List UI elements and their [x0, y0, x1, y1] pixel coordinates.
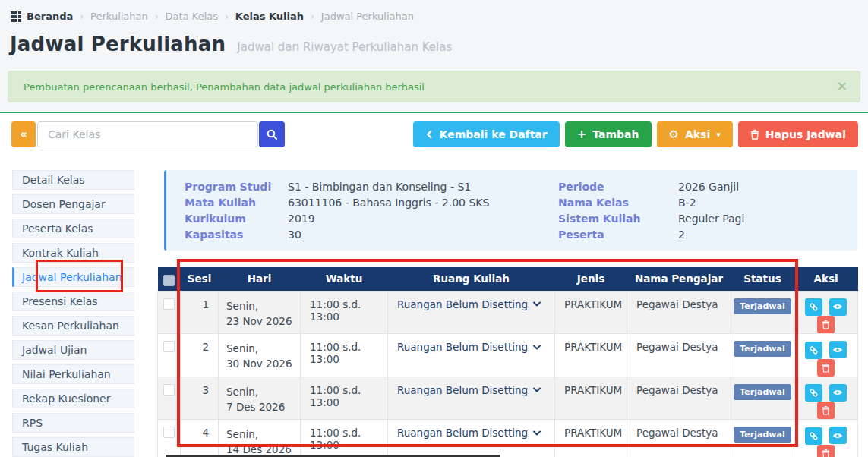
class-info-panel: Program StudiS1 - Bimbingan dan Konselin… — [164, 170, 857, 251]
eye-icon — [832, 301, 843, 312]
sidebar-item-jadwal-ujian[interactable]: Jadwal Ujian — [12, 340, 134, 360]
cell-pengajar: Pegawai Destya — [627, 291, 731, 334]
row-checkbox[interactable] — [163, 341, 175, 352]
cell-hari: Senin,14 Des 2026 — [219, 420, 301, 457]
view-action-button[interactable] — [829, 341, 847, 358]
select-all-checkbox[interactable] — [163, 275, 175, 286]
back-to-list-button[interactable]: Kembali ke Daftar — [413, 121, 560, 147]
link-action-button[interactable] — [805, 427, 822, 445]
collapse-sidebar-button[interactable]: « — [11, 121, 36, 147]
gear-icon: ⚙ — [669, 128, 679, 141]
breadcrumb-item[interactable]: Perkuliahan — [90, 11, 148, 22]
add-label: Tambah — [592, 128, 639, 140]
table-row: 4 Senin,14 Des 2026 11:00 s.d. 13:00 Rua… — [158, 420, 858, 457]
table-header-row: Sesi Hari Waktu Ruang Kuliah Jenis Nama … — [158, 267, 858, 291]
link-icon — [809, 345, 819, 355]
table-row: 2 Senin,30 Nov 2026 11:00 s.d. 13:00 Rua… — [158, 334, 858, 377]
room-dropdown[interactable]: Ruangan Belum Disetting — [397, 341, 541, 353]
trash-icon — [822, 320, 830, 329]
breadcrumb-item[interactable]: Data Kelas — [166, 11, 218, 22]
link-action-button[interactable] — [805, 298, 822, 316]
alert-message: Pembuatan perencanaan berhasil, Penambah… — [24, 81, 425, 93]
cell-ruang: Ruangan Belum Disetting — [388, 377, 555, 420]
cell-jenis: PRAKTIKUM — [555, 334, 627, 377]
sidebar-item-kesan-perkuliahan[interactable]: Kesan Perkuliahan — [12, 316, 134, 336]
view-action-button[interactable] — [829, 427, 847, 444]
cell-pengajar: Pegawai Destya — [627, 420, 731, 457]
eye-icon — [832, 345, 843, 355]
search-input[interactable] — [37, 121, 258, 147]
cell-ruang: Ruangan Belum Disetting — [388, 291, 555, 334]
delete-action-button[interactable] — [817, 359, 835, 377]
link-icon — [809, 431, 819, 441]
link-icon — [809, 302, 819, 312]
caret-down-icon: ▾ — [716, 130, 721, 140]
status-badge: Terjadwal — [734, 384, 791, 400]
header-status: Status — [731, 267, 794, 291]
back-to-list-label: Kembali ke Daftar — [440, 128, 548, 140]
sidebar-item-rekap-kuesioner[interactable]: Rekap Kuesioner — [12, 389, 134, 408]
room-dropdown[interactable]: Ruangan Belum Disetting — [397, 427, 541, 439]
info-value: 2019 — [288, 212, 315, 228]
sidebar-item-peserta-kelas[interactable]: Peserta Kelas — [12, 219, 134, 238]
info-label: Program Studi — [185, 180, 288, 196]
sidebar-item-detail-kelas[interactable]: Detail Kelas — [12, 170, 134, 190]
eye-icon — [832, 430, 843, 441]
breadcrumb-separator: › — [311, 11, 314, 22]
row-checkbox[interactable] — [163, 427, 175, 438]
sidebar-item-jadwal-perkuliahan[interactable]: Jadwal Perkuliahan — [12, 267, 134, 287]
header-checkbox-cell — [158, 267, 181, 291]
sidebar-item-rps[interactable]: RPS — [12, 413, 134, 433]
cell-jenis: PRAKTIKUM — [555, 377, 627, 420]
room-dropdown[interactable]: Ruangan Belum Disetting — [397, 384, 541, 396]
view-action-button[interactable] — [829, 298, 847, 316]
info-label: Periode — [558, 180, 678, 196]
sidebar-item-nilai-perkuliahan[interactable]: Nilai Perkuliahan — [12, 364, 134, 384]
link-action-button[interactable] — [805, 342, 822, 359]
info-value: Reguler Pagi — [678, 212, 744, 228]
header-waktu: Waktu — [301, 267, 388, 291]
breadcrumb-separator: › — [80, 11, 84, 22]
view-action-button[interactable] — [829, 384, 847, 402]
info-value: 30 — [288, 228, 301, 244]
double-chevron-left-icon: « — [20, 128, 27, 141]
add-button[interactable]: + Tambah — [565, 121, 652, 147]
room-dropdown[interactable]: Ruangan Belum Disetting — [397, 298, 541, 310]
cell-sesi: 4 — [181, 420, 219, 457]
breadcrumb-home[interactable]: Beranda — [11, 11, 73, 22]
info-label: Mata Kuliah — [185, 196, 288, 212]
info-label: Sistem Kuliah — [558, 212, 678, 228]
row-checkbox[interactable] — [163, 384, 175, 396]
cell-sesi: 1 — [181, 291, 219, 334]
cell-ruang: Ruangan Belum Disetting — [388, 334, 555, 377]
search-button[interactable] — [259, 121, 285, 147]
cell-hari: Senin,7 Des 2026 — [219, 377, 301, 420]
cell-waktu: 11:00 s.d. 13:00 — [301, 291, 388, 334]
breadcrumb-item[interactable]: Beranda — [27, 11, 73, 22]
plus-icon: + — [577, 128, 587, 141]
header-jenis: Jenis — [555, 267, 627, 291]
info-value: B-2 — [678, 196, 696, 212]
eye-icon — [832, 387, 843, 398]
delete-action-button[interactable] — [817, 316, 835, 333]
row-checkbox[interactable] — [163, 298, 175, 310]
sidebar-item-presensi-kelas[interactable]: Presensi Kelas — [12, 292, 134, 311]
cell-hari: Senin,23 Nov 2026 — [219, 291, 301, 334]
info-label: Peserta — [558, 228, 678, 244]
cell-ruang: Ruangan Belum Disetting — [388, 420, 555, 457]
sidebar-item-dosen-pengajar[interactable]: Dosen Pengajar — [12, 194, 134, 214]
header-nama-pengajar: Nama Pengajar — [627, 267, 731, 291]
breadcrumb-separator: › — [155, 11, 159, 22]
delete-schedule-button[interactable]: Hapus Jadwal — [738, 121, 858, 147]
sidebar-item-kontrak-kuliah[interactable]: Kontrak Kuliah — [12, 243, 134, 263]
trash-icon — [822, 405, 830, 415]
close-icon[interactable]: × — [837, 78, 847, 93]
link-action-button[interactable] — [805, 384, 822, 402]
delete-action-button[interactable] — [817, 402, 835, 419]
actions-dropdown-button[interactable]: ⚙ Aksi ▾ — [657, 121, 733, 147]
sidebar-item-tugas-kuliah[interactable]: Tugas Kuliah — [12, 437, 134, 457]
breadcrumb: Beranda › Perkuliahan › Data Kelas › Kel… — [11, 11, 414, 22]
info-label: Kapasitas — [185, 228, 288, 244]
delete-action-button[interactable] — [817, 445, 835, 457]
breadcrumb-item[interactable]: Kelas Kuliah — [235, 11, 304, 22]
